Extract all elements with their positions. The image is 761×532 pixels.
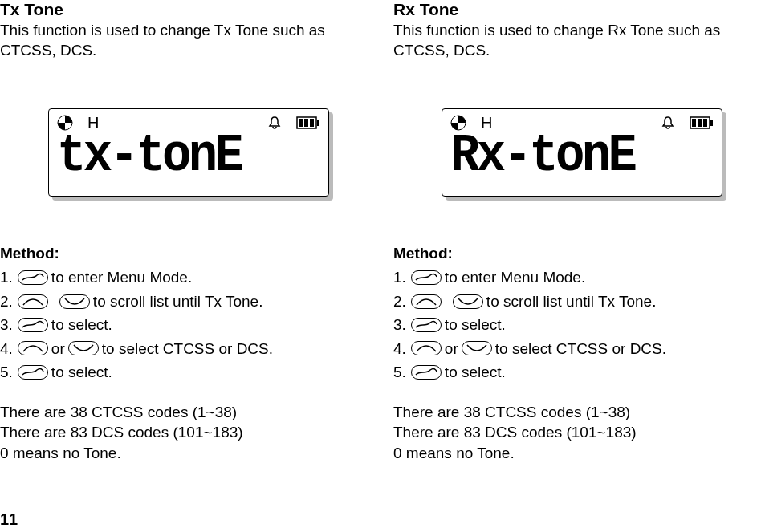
step-1: 1. to enter Menu Mode. <box>393 266 755 289</box>
svg-rect-3 <box>299 119 303 127</box>
step-4: 4. or to select CTCSS or DCS. <box>0 337 361 360</box>
right-column: Rx Tone This function is used to change … <box>393 0 755 463</box>
step-2: 2. to scroll list until Tx Tone. <box>393 290 755 313</box>
step-text: to enter Menu Mode. <box>51 266 192 289</box>
step-number: 4. <box>0 337 13 360</box>
enter-key-icon <box>18 318 48 332</box>
note-line: 0 means no Tone. <box>0 443 361 464</box>
tx-tone-description: This function is used to change Tx Tone … <box>0 21 361 60</box>
lcd-display-rx: H Rx-tonE <box>442 108 722 197</box>
note-line: There are 38 CTCSS codes (1~38) <box>0 402 361 423</box>
step-number: 4. <box>393 337 406 360</box>
page-number: 11 <box>0 510 18 529</box>
step-3: 3. to select. <box>393 313 755 336</box>
step-number: 5. <box>0 360 13 384</box>
step-number: 3. <box>0 313 13 336</box>
svg-rect-4 <box>304 119 308 127</box>
note-line: There are 38 CTCSS codes (1~38) <box>393 402 755 423</box>
step-text: to enter Menu Mode. <box>445 266 585 289</box>
step-text: to select CTCSS or DCS. <box>102 337 273 360</box>
svg-rect-10 <box>698 119 702 127</box>
enter-key-icon <box>411 318 442 332</box>
step-1: 1. to enter Menu Mode. <box>0 266 361 289</box>
step-text: to select. <box>51 313 112 336</box>
lcd-text-tx: tx-tonE <box>57 130 299 183</box>
method-heading-left: Method: <box>0 245 361 262</box>
method-heading-right: Method: <box>393 245 755 262</box>
down-key-icon <box>462 341 492 355</box>
tx-tone-title: Tx Tone <box>0 0 361 19</box>
step-text: to select. <box>445 313 506 336</box>
svg-rect-5 <box>310 119 314 127</box>
step-number: 3. <box>393 313 406 336</box>
step-5: 5. to select. <box>393 360 755 384</box>
enter-key-icon <box>411 270 442 285</box>
step-4: 4. or to select CTCSS or DCS. <box>393 337 755 360</box>
battery-icon <box>296 116 320 129</box>
bell-icon <box>267 116 282 130</box>
note-line: There are 83 DCS codes (101~183) <box>0 422 361 443</box>
svg-rect-9 <box>692 119 696 127</box>
step-number: 5. <box>393 360 406 384</box>
rx-tone-title: Rx Tone <box>393 0 755 19</box>
battery-icon <box>690 116 714 129</box>
up-key-icon <box>411 294 442 309</box>
step-number: 2. <box>393 290 406 313</box>
note-line: 0 means no Tone. <box>393 443 755 464</box>
up-key-icon <box>411 341 442 355</box>
note-line: There are 83 DCS codes (101~183) <box>393 422 755 443</box>
step-text: to scroll list until Tx Tone. <box>93 290 263 313</box>
up-key-icon <box>18 294 48 309</box>
lcd-text-rx: Rx-tonE <box>450 130 693 183</box>
svg-rect-8 <box>710 120 713 126</box>
svg-rect-11 <box>703 119 707 127</box>
down-key-icon <box>68 341 99 355</box>
bell-icon <box>661 116 675 130</box>
notes-right: There are 38 CTCSS codes (1~38) There ar… <box>393 402 755 464</box>
up-key-icon <box>18 341 48 355</box>
step-number: 1. <box>0 266 13 289</box>
enter-key-icon <box>411 365 442 380</box>
down-key-icon <box>453 294 483 309</box>
steps-list-left: 1. to enter Menu Mode. 2. to scroll list… <box>0 266 361 384</box>
lcd-display-tx: H tx-tonE <box>48 108 329 197</box>
step-3: 3. to select. <box>0 313 361 336</box>
step-number: 1. <box>393 266 406 289</box>
step-text: to select. <box>51 360 112 384</box>
left-column: Tx Tone This function is used to change … <box>0 0 361 463</box>
step-number: 2. <box>0 290 13 313</box>
step-text: to scroll list until Tx Tone. <box>486 290 657 313</box>
enter-key-icon <box>18 365 48 380</box>
rx-tone-description: This function is used to change Rx Tone … <box>393 21 755 60</box>
notes-left: There are 38 CTCSS codes (1~38) There ar… <box>0 402 361 464</box>
step-text: to select. <box>445 360 506 384</box>
svg-rect-2 <box>317 120 319 126</box>
step-2: 2. to scroll list until Tx Tone. <box>0 290 361 313</box>
enter-key-icon <box>18 270 48 285</box>
step-text: or <box>445 337 458 360</box>
step-text: to select CTCSS or DCS. <box>495 337 666 360</box>
down-key-icon <box>59 294 90 309</box>
step-text: or <box>51 337 65 360</box>
step-5: 5. to select. <box>0 360 361 384</box>
steps-list-right: 1. to enter Menu Mode. 2. to scroll list… <box>393 266 755 384</box>
